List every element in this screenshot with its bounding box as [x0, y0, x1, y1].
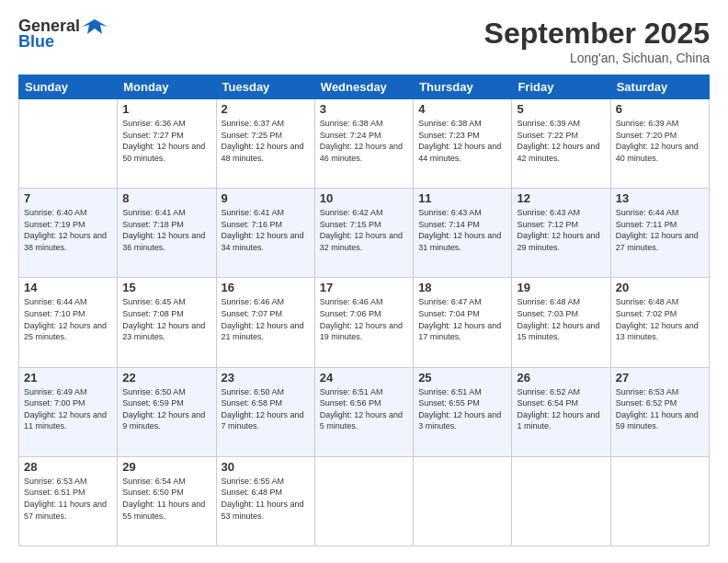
title-area: September 2025 Long'an, Sichuan, China	[484, 17, 710, 65]
calendar-week-row: 1Sunrise: 6:36 AMSunset: 7:27 PMDaylight…	[19, 99, 710, 189]
day-number: 28	[24, 460, 112, 474]
day-number: 6	[616, 102, 704, 116]
day-info: Sunrise: 6:51 AMSunset: 6:56 PMDaylight:…	[320, 386, 408, 432]
day-info: Sunrise: 6:47 AMSunset: 7:04 PMDaylight:…	[418, 296, 506, 342]
table-row: 22Sunrise: 6:50 AMSunset: 6:59 PMDayligh…	[118, 367, 216, 456]
day-info: Sunrise: 6:55 AMSunset: 6:48 PMDaylight:…	[222, 476, 310, 522]
day-number: 29	[122, 460, 210, 474]
day-number: 9	[222, 191, 310, 205]
table-row	[512, 456, 610, 546]
table-row: 7Sunrise: 6:40 AMSunset: 7:19 PMDaylight…	[19, 189, 118, 278]
col-tuesday: Tuesday	[216, 75, 314, 99]
day-number: 30	[222, 460, 310, 474]
table-row: 4Sunrise: 6:38 AMSunset: 7:23 PMDaylight…	[414, 99, 512, 189]
day-info: Sunrise: 6:43 AMSunset: 7:14 PMDaylight:…	[418, 207, 506, 253]
day-info: Sunrise: 6:51 AMSunset: 6:55 PMDaylight:…	[418, 386, 506, 432]
table-row: 1Sunrise: 6:36 AMSunset: 7:27 PMDaylight…	[118, 99, 216, 189]
col-friday: Friday	[512, 75, 610, 99]
calendar-week-row: 7Sunrise: 6:40 AMSunset: 7:19 PMDaylight…	[19, 189, 710, 278]
table-row: 17Sunrise: 6:46 AMSunset: 7:06 PMDayligh…	[314, 278, 413, 367]
day-number: 10	[320, 191, 408, 205]
page: General Blue September 2025 Long'an, Sic…	[0, 0, 728, 563]
day-info: Sunrise: 6:46 AMSunset: 7:07 PMDaylight:…	[222, 296, 310, 342]
day-number: 25	[418, 371, 506, 385]
logo-blue: Blue	[18, 32, 54, 52]
day-info: Sunrise: 6:53 AMSunset: 6:52 PMDaylight:…	[616, 386, 704, 432]
table-row: 28Sunrise: 6:53 AMSunset: 6:51 PMDayligh…	[19, 456, 118, 546]
table-row: 26Sunrise: 6:52 AMSunset: 6:54 PMDayligh…	[512, 367, 610, 456]
day-number: 1	[122, 102, 210, 116]
day-number: 3	[320, 102, 408, 116]
table-row: 11Sunrise: 6:43 AMSunset: 7:14 PMDayligh…	[414, 189, 512, 278]
calendar-week-row: 28Sunrise: 6:53 AMSunset: 6:51 PMDayligh…	[19, 456, 710, 546]
day-number: 19	[517, 281, 605, 294]
day-info: Sunrise: 6:48 AMSunset: 7:03 PMDaylight:…	[517, 296, 605, 342]
day-number: 18	[418, 281, 506, 294]
table-row: 19Sunrise: 6:48 AMSunset: 7:03 PMDayligh…	[512, 278, 610, 367]
table-row: 3Sunrise: 6:38 AMSunset: 7:24 PMDaylight…	[314, 99, 413, 189]
day-number: 20	[616, 281, 704, 294]
table-row: 9Sunrise: 6:41 AMSunset: 7:16 PMDaylight…	[216, 189, 314, 278]
table-row: 8Sunrise: 6:41 AMSunset: 7:18 PMDaylight…	[118, 189, 216, 278]
day-info: Sunrise: 6:50 AMSunset: 6:59 PMDaylight:…	[122, 386, 210, 432]
day-info: Sunrise: 6:37 AMSunset: 7:25 PMDaylight:…	[222, 118, 310, 164]
day-info: Sunrise: 6:53 AMSunset: 6:51 PMDaylight:…	[24, 476, 112, 522]
day-number: 15	[122, 281, 210, 294]
table-row	[414, 456, 512, 546]
col-thursday: Thursday	[414, 75, 512, 99]
day-info: Sunrise: 6:45 AMSunset: 7:08 PMDaylight:…	[122, 296, 210, 342]
day-number: 26	[517, 371, 605, 385]
day-info: Sunrise: 6:39 AMSunset: 7:22 PMDaylight:…	[517, 118, 605, 164]
table-row	[19, 99, 118, 189]
table-row: 27Sunrise: 6:53 AMSunset: 6:52 PMDayligh…	[610, 367, 709, 456]
svg-marker-0	[82, 19, 108, 34]
table-row: 15Sunrise: 6:45 AMSunset: 7:08 PMDayligh…	[118, 278, 216, 367]
day-info: Sunrise: 6:48 AMSunset: 7:02 PMDaylight:…	[616, 296, 704, 342]
table-row: 5Sunrise: 6:39 AMSunset: 7:22 PMDaylight…	[512, 99, 610, 189]
day-number: 22	[122, 371, 210, 385]
day-info: Sunrise: 6:54 AMSunset: 6:50 PMDaylight:…	[122, 476, 210, 522]
day-number: 7	[24, 191, 112, 205]
day-number: 27	[616, 371, 704, 385]
day-number: 12	[517, 191, 605, 205]
day-info: Sunrise: 6:41 AMSunset: 7:16 PMDaylight:…	[222, 207, 310, 253]
table-row: 30Sunrise: 6:55 AMSunset: 6:48 PMDayligh…	[216, 456, 314, 546]
location: Long'an, Sichuan, China	[484, 51, 710, 65]
day-number: 2	[222, 102, 310, 116]
day-info: Sunrise: 6:36 AMSunset: 7:27 PMDaylight:…	[122, 118, 210, 164]
table-row: 29Sunrise: 6:54 AMSunset: 6:50 PMDayligh…	[118, 456, 216, 546]
col-sunday: Sunday	[19, 75, 118, 99]
calendar-table: Sunday Monday Tuesday Wednesday Thursday…	[18, 75, 710, 546]
logo-bird-icon	[82, 17, 108, 36]
day-info: Sunrise: 6:50 AMSunset: 6:58 PMDaylight:…	[222, 386, 310, 432]
day-info: Sunrise: 6:43 AMSunset: 7:12 PMDaylight:…	[517, 207, 605, 253]
table-row: 18Sunrise: 6:47 AMSunset: 7:04 PMDayligh…	[414, 278, 512, 367]
day-number: 21	[24, 371, 112, 385]
day-number: 4	[418, 102, 506, 116]
table-row: 25Sunrise: 6:51 AMSunset: 6:55 PMDayligh…	[414, 367, 512, 456]
col-monday: Monday	[118, 75, 216, 99]
table-row	[314, 456, 413, 546]
day-info: Sunrise: 6:39 AMSunset: 7:20 PMDaylight:…	[616, 118, 704, 164]
day-number: 14	[24, 281, 112, 294]
col-wednesday: Wednesday	[314, 75, 413, 99]
day-number: 11	[418, 191, 506, 205]
day-info: Sunrise: 6:38 AMSunset: 7:24 PMDaylight:…	[320, 118, 408, 164]
calendar-header-row: Sunday Monday Tuesday Wednesday Thursday…	[19, 75, 710, 99]
day-number: 13	[616, 191, 704, 205]
table-row: 16Sunrise: 6:46 AMSunset: 7:07 PMDayligh…	[216, 278, 314, 367]
calendar-week-row: 21Sunrise: 6:49 AMSunset: 7:00 PMDayligh…	[19, 367, 710, 456]
table-row: 14Sunrise: 6:44 AMSunset: 7:10 PMDayligh…	[19, 278, 118, 367]
day-info: Sunrise: 6:52 AMSunset: 6:54 PMDaylight:…	[517, 386, 605, 432]
day-info: Sunrise: 6:40 AMSunset: 7:19 PMDaylight:…	[24, 207, 112, 253]
day-info: Sunrise: 6:42 AMSunset: 7:15 PMDaylight:…	[320, 207, 408, 253]
day-number: 17	[320, 281, 408, 294]
day-number: 5	[517, 102, 605, 116]
day-number: 24	[320, 371, 408, 385]
day-number: 16	[222, 281, 310, 294]
day-number: 23	[222, 371, 310, 385]
day-info: Sunrise: 6:44 AMSunset: 7:10 PMDaylight:…	[24, 296, 112, 342]
day-number: 8	[122, 191, 210, 205]
header: General Blue September 2025 Long'an, Sic…	[18, 17, 710, 65]
table-row: 10Sunrise: 6:42 AMSunset: 7:15 PMDayligh…	[314, 189, 413, 278]
